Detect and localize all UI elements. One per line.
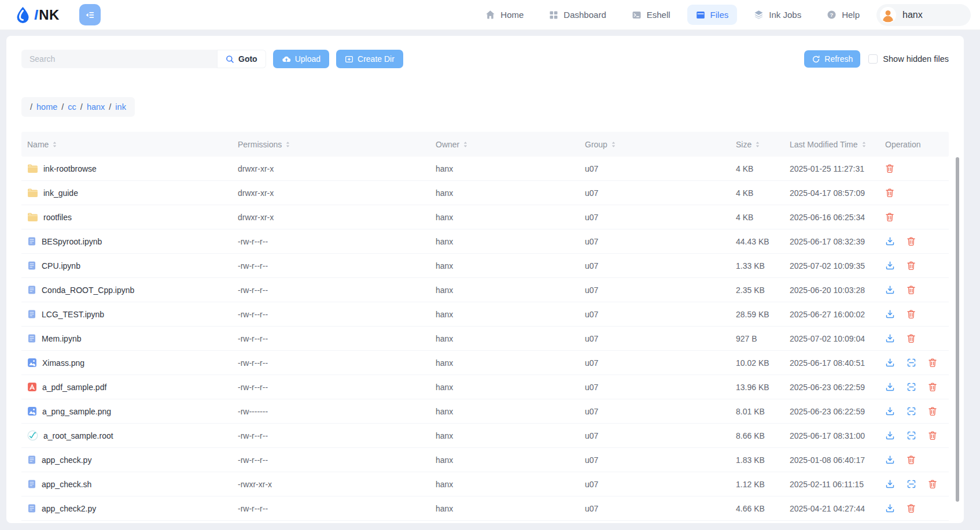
operation-cell [879, 503, 949, 513]
breadcrumb-segment-ink[interactable]: ink [115, 102, 126, 112]
column-header-owner[interactable]: Owner [430, 140, 579, 149]
delete-icon[interactable] [885, 212, 894, 222]
layers-icon [754, 10, 764, 20]
file-group: u07 [579, 164, 730, 173]
delete-icon[interactable] [928, 431, 937, 440]
nav-item-home[interactable]: Home [477, 5, 532, 25]
file-size: 10.02 KB [730, 358, 784, 368]
upload-button[interactable]: Upload [273, 50, 329, 68]
delete-icon[interactable] [885, 164, 894, 173]
file-name: a_png_sample.png [42, 407, 111, 416]
table-scrollbar[interactable] [956, 157, 959, 502]
logo-text: INK [34, 7, 60, 23]
preview-icon[interactable] [907, 406, 916, 416]
file-name-cell[interactable]: app_check2.py [21, 503, 232, 513]
delete-icon[interactable] [907, 309, 916, 319]
operation-cell [879, 455, 949, 465]
file-permissions: -rw-r--r-- [232, 431, 430, 440]
download-icon[interactable] [885, 406, 895, 416]
user-menu[interactable]: hanx [876, 4, 971, 26]
breadcrumb-segment-home[interactable]: home [36, 102, 57, 112]
file-owner: hanx [430, 504, 579, 513]
download-icon[interactable] [885, 358, 895, 368]
nav-item-help[interactable]: ?Help [818, 5, 868, 25]
download-icon[interactable] [885, 285, 895, 295]
download-icon[interactable] [885, 455, 895, 465]
refresh-button[interactable]: Refresh [804, 50, 860, 68]
delete-icon[interactable] [928, 358, 937, 368]
column-header-permissions[interactable]: Permissions [232, 140, 430, 149]
column-header-last-modified-time[interactable]: Last Modified Time [784, 140, 879, 149]
file-name-cell[interactable]: a_png_sample.png [21, 406, 232, 416]
download-icon[interactable] [885, 382, 895, 392]
file-name-cell[interactable]: a_root_sample.root [21, 430, 232, 441]
file-icon [27, 285, 36, 295]
nav-item-label: Files [710, 10, 729, 20]
file-name-cell[interactable]: app_check.py [21, 455, 232, 465]
breadcrumb-segment-hanx[interactable]: hanx [87, 102, 105, 112]
download-icon[interactable] [885, 236, 895, 246]
file-name-cell[interactable]: ink_guide [21, 188, 232, 198]
preview-icon[interactable] [907, 358, 916, 368]
file-name: a_root_sample.root [43, 431, 113, 440]
file-name-cell[interactable]: app_check.sh [21, 479, 232, 489]
search-input[interactable] [21, 50, 217, 68]
download-icon[interactable] [885, 503, 895, 513]
file-owner: hanx [430, 164, 579, 173]
download-icon[interactable] [885, 333, 895, 343]
delete-icon[interactable] [885, 188, 894, 198]
delete-icon[interactable] [907, 503, 916, 513]
operation-cell [879, 382, 949, 392]
delete-icon[interactable] [907, 236, 916, 246]
delete-icon[interactable] [928, 406, 937, 416]
file-owner: hanx [430, 455, 579, 465]
file-name-cell[interactable]: BESpyroot.ipynb [21, 236, 232, 246]
delete-icon[interactable] [907, 455, 916, 465]
file-name: app_check.sh [42, 480, 91, 489]
file-name-cell[interactable]: Mem.ipynb [21, 333, 232, 343]
preview-icon[interactable] [907, 382, 916, 392]
nav-item-dashboard[interactable]: Dashboard [540, 5, 614, 25]
nav-item-eshell[interactable]: Eshell [623, 5, 679, 25]
nav-item-label: Dashboard [563, 10, 606, 20]
file-name-cell[interactable]: ink-rootbrowse [21, 164, 232, 173]
file-name-cell[interactable]: a_pdf_sample.pdf [21, 382, 232, 392]
delete-icon[interactable] [928, 382, 937, 392]
breadcrumb-segment-cc[interactable]: cc [68, 102, 76, 112]
column-header-group[interactable]: Group [579, 140, 730, 149]
delete-icon[interactable] [928, 479, 937, 489]
file-permissions: -rw-r--r-- [232, 261, 430, 270]
goto-button[interactable]: Goto [217, 50, 266, 68]
image-icon [27, 358, 37, 368]
column-header-name[interactable]: Name [21, 140, 232, 149]
preview-icon[interactable] [907, 479, 916, 489]
delete-icon[interactable] [907, 285, 916, 295]
file-size: 1.33 KB [730, 261, 784, 270]
file-name-cell[interactable]: LCG_TEST.ipynb [21, 309, 232, 319]
download-icon[interactable] [885, 261, 895, 270]
sort-icon [611, 141, 616, 148]
nav-item-label: Help [842, 10, 860, 20]
file-name-cell[interactable]: Conda_ROOT_Cpp.ipynb [21, 285, 232, 295]
create-dir-button[interactable]: Create Dir [336, 50, 403, 68]
file-name-cell[interactable]: rootfiles [21, 212, 232, 222]
sidebar-toggle-button[interactable] [79, 4, 101, 25]
preview-icon[interactable] [907, 431, 916, 440]
file-size: 44.43 KB [730, 237, 784, 246]
files-icon [696, 10, 705, 20]
download-icon[interactable] [885, 309, 895, 319]
nav-item-files[interactable]: Files [687, 5, 738, 25]
file-name-cell[interactable]: CPU.ipynb [21, 261, 232, 270]
file-name-cell[interactable]: Ximass.png [21, 358, 232, 368]
file-permissions: -rw-r--r-- [232, 310, 430, 319]
download-icon[interactable] [885, 479, 895, 489]
breadcrumb-separator: / [61, 102, 64, 112]
file-owner: hanx [430, 358, 579, 368]
nav-item-ink-jobs[interactable]: Ink Jobs [745, 5, 810, 25]
delete-icon[interactable] [907, 261, 916, 270]
file-modified-time: 2025-07-02 10:09:04 [784, 334, 879, 343]
delete-icon[interactable] [907, 333, 916, 343]
column-header-size[interactable]: Size [730, 140, 784, 149]
download-icon[interactable] [885, 431, 895, 440]
show-hidden-checkbox[interactable] [868, 54, 878, 64]
